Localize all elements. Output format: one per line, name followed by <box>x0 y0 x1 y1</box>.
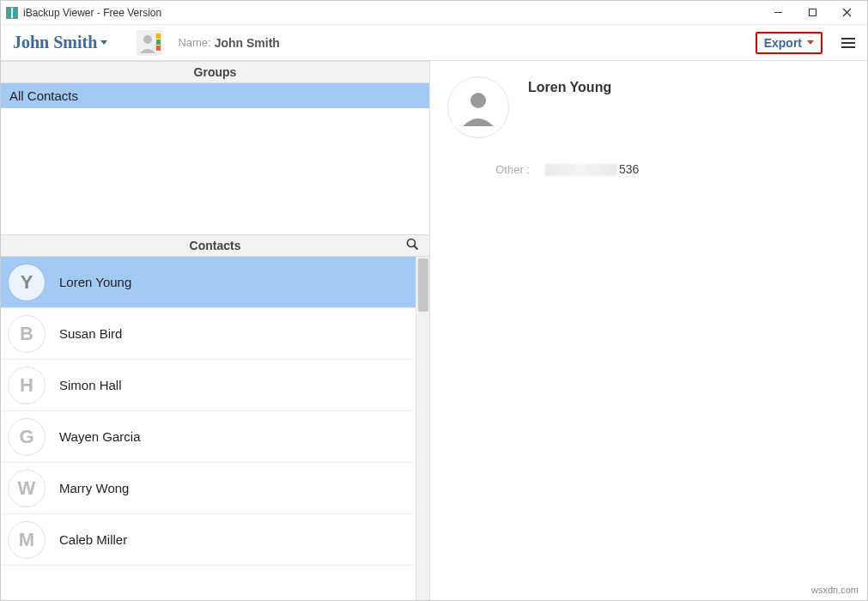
scrollbar-thumb[interactable] <box>418 258 428 312</box>
contact-row[interactable]: M Caleb Miller <box>1 514 416 566</box>
contact-avatar: M <box>8 521 46 559</box>
contact-avatar: Y <box>8 264 46 301</box>
contacts-header: Contacts <box>1 234 429 257</box>
group-row-all-contacts[interactable]: All Contacts <box>1 83 429 108</box>
watermark: wsxdn.com <box>811 585 859 595</box>
detail-name: Loren Young <box>528 76 611 95</box>
detail-fields: Other : 536 <box>482 162 850 176</box>
contact-avatar: W <box>8 470 46 507</box>
scrollbar[interactable] <box>416 257 429 600</box>
contacts-list-container: Y Loren Young B Susan Bird H Simon Hall … <box>1 257 429 600</box>
contact-name: Caleb Miller <box>59 532 127 547</box>
contact-avatar: H <box>8 367 46 404</box>
group-label: All Contacts <box>9 88 78 103</box>
app-icon <box>6 7 18 19</box>
contacts-module-icon[interactable] <box>137 30 162 56</box>
groups-header: Groups <box>1 61 429 83</box>
contact-row[interactable]: H Simon Hall <box>1 360 416 411</box>
name-field-label: Name: <box>178 36 210 49</box>
name-field-value: John Smith <box>215 36 280 50</box>
contact-name: Marry Wong <box>59 481 129 495</box>
detail-row-other: Other : 536 <box>482 162 850 176</box>
toolbar: John Smith Name: John Smith Export <box>1 25 867 61</box>
contact-row[interactable]: W Marry Wong <box>1 463 416 514</box>
detail-panel: Loren Young Other : 536 <box>430 61 867 600</box>
contact-row[interactable]: Y Loren Young <box>1 257 416 308</box>
contacts-list: Y Loren Young B Susan Bird H Simon Hall … <box>1 257 416 600</box>
main-content: Groups All Contacts Contacts Y Loren You… <box>1 61 867 600</box>
contact-name: Loren Young <box>59 275 131 289</box>
contact-name: Wayen Garcia <box>59 429 140 444</box>
maximize-button[interactable] <box>795 2 829 24</box>
export-button-label: Export <box>764 36 802 50</box>
backup-selector[interactable]: John Smith <box>13 33 107 52</box>
svg-rect-1 <box>809 9 816 16</box>
window-titlebar: iBackup Viewer - Free Version <box>1 1 867 25</box>
groups-header-label: Groups <box>194 65 237 79</box>
person-icon <box>458 87 499 128</box>
menu-button[interactable] <box>838 34 859 52</box>
chevron-down-icon <box>807 40 814 45</box>
contact-name: Simon Hall <box>59 378 122 392</box>
contact-row[interactable]: G Wayen Garcia <box>1 411 416 463</box>
redacted-value <box>545 164 617 176</box>
chevron-down-icon <box>100 40 107 45</box>
svg-point-5 <box>143 35 152 44</box>
svg-rect-6 <box>156 33 161 39</box>
detail-avatar <box>447 76 509 138</box>
detail-header: Loren Young <box>447 76 850 138</box>
contact-avatar: G <box>8 418 46 456</box>
svg-rect-7 <box>156 39 161 45</box>
search-icon[interactable] <box>406 238 419 253</box>
backup-name-label: John Smith <box>13 33 97 52</box>
left-panel: Groups All Contacts Contacts Y Loren You… <box>1 61 430 600</box>
contact-name: Susan Bird <box>59 326 122 341</box>
close-button[interactable] <box>829 2 864 24</box>
svg-rect-8 <box>156 46 161 51</box>
contacts-header-label: Contacts <box>190 239 241 252</box>
export-button[interactable]: Export <box>756 32 822 54</box>
groups-list: All Contacts <box>1 83 429 234</box>
contact-row[interactable]: B Susan Bird <box>1 308 416 360</box>
svg-point-9 <box>408 240 416 247</box>
contact-avatar: B <box>8 315 46 353</box>
window-title: iBackup Viewer - Free Version <box>23 7 761 19</box>
detail-value-other: 536 <box>545 162 639 176</box>
svg-line-10 <box>415 246 418 250</box>
minimize-button[interactable] <box>761 2 795 24</box>
svg-point-11 <box>470 93 486 108</box>
detail-value-suffix: 536 <box>619 162 639 176</box>
detail-label-other: Other : <box>482 163 530 176</box>
